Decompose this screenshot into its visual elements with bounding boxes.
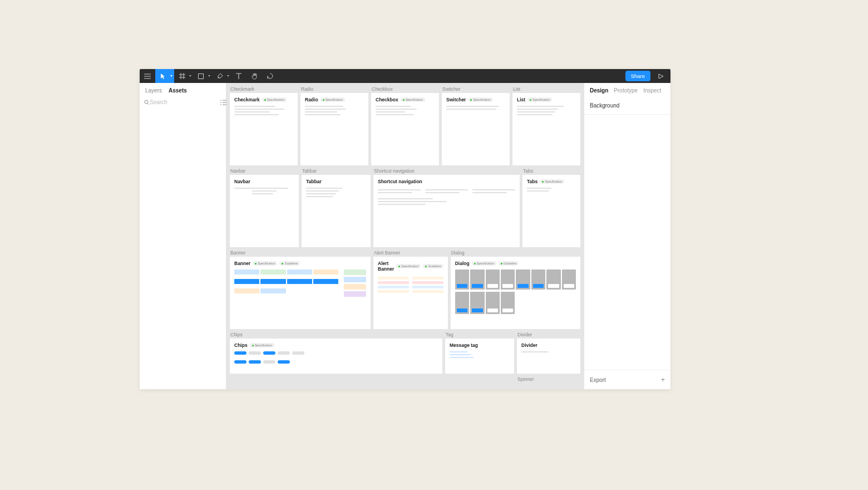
hamburger-icon: [144, 74, 151, 79]
frame-title: Tabbar: [306, 179, 322, 184]
frame-title: Divider: [521, 342, 537, 348]
frame-dialog[interactable]: Dialog DialogSpecificationGuideline: [451, 250, 580, 329]
frame-label: Shortcut navigation: [373, 168, 520, 174]
canvas[interactable]: Checkmark CheckmarkSpecification Radio R…: [226, 83, 584, 389]
shape-tool[interactable]: [193, 69, 212, 83]
spec-pill: Specification: [396, 264, 421, 268]
frame-tag[interactable]: Tag Message tag: [445, 332, 514, 374]
spec-pill: Specification: [468, 97, 492, 102]
frame-row: Checkmark CheckmarkSpecification Radio R…: [230, 86, 580, 165]
menu-button[interactable]: [140, 69, 155, 83]
figma-app: Share Layers Assets: [140, 69, 670, 389]
spec-pill: Specification: [250, 343, 274, 347]
pen-icon: [217, 73, 223, 79]
frame-label: Checkbox: [371, 86, 439, 92]
frame-shortcut-nav[interactable]: Shortcut navigation Shortcut navigation: [373, 168, 520, 247]
spec-pill: Specification: [262, 97, 287, 102]
canvas-inner: Checkmark CheckmarkSpecification Radio R…: [226, 83, 584, 389]
hand-icon: [251, 73, 258, 80]
frame-banner[interactable]: Banner BannerSpecificationGuideline: [230, 250, 371, 329]
comment-icon: [267, 73, 273, 79]
cursor-icon: [160, 73, 166, 80]
frame-checkmark[interactable]: Checkmark CheckmarkSpecification: [230, 86, 298, 165]
search-input[interactable]: [150, 99, 220, 105]
guideline-pill: Guideline: [499, 261, 519, 266]
text-tool[interactable]: [231, 69, 246, 83]
left-panel-tabs: Layers Assets: [140, 83, 226, 97]
tab-layers[interactable]: Layers: [145, 87, 162, 94]
list-view-icon[interactable]: [220, 100, 226, 105]
frame-row: Spinner: [230, 376, 580, 385]
frame-label: Chips: [230, 332, 442, 337]
guideline-pill: Guideline: [423, 264, 443, 268]
share-button[interactable]: Share: [625, 71, 650, 81]
export-section[interactable]: Export +: [584, 370, 670, 389]
move-tool[interactable]: [155, 69, 174, 83]
chevron-down-icon: [208, 75, 210, 77]
frame-tabbar[interactable]: Tabbar Tabbar: [302, 168, 371, 247]
tab-assets[interactable]: Assets: [169, 87, 187, 94]
chevron-down-icon: [170, 75, 172, 77]
spec-pill: Specification: [540, 179, 564, 184]
frame-title: List: [517, 97, 525, 102]
svg-point-1: [145, 100, 148, 104]
frame-row: Chips ChipsSpecification Tag Message tag: [230, 332, 580, 374]
frame-label: Spinner: [517, 376, 580, 382]
spec-pill: Specification: [320, 97, 345, 102]
frame-radio[interactable]: Radio RadioSpecification: [300, 86, 368, 165]
frame-row: Banner BannerSpecificationGuideline: [230, 250, 580, 329]
tab-design[interactable]: Design: [590, 87, 608, 94]
frame-title: Checkmark: [234, 97, 260, 102]
frame-alert-banner[interactable]: Alert Banner Alert BannerSpecificationGu…: [373, 250, 448, 329]
frame-title: Dialog: [455, 261, 470, 266]
frame-title: Switcher: [446, 97, 466, 102]
frame-label: Dialog: [451, 250, 580, 256]
frame-checkbox[interactable]: Checkbox CheckboxSpecification: [371, 86, 439, 165]
frame-navbar[interactable]: Navbar Navbar: [230, 168, 299, 247]
guideline-pill: Guideline: [279, 261, 299, 266]
spec-pill: Specification: [472, 261, 496, 266]
frame-label: Radio: [300, 86, 368, 92]
frame-title: Navbar: [234, 179, 250, 184]
top-toolbar: Share: [140, 69, 670, 83]
frame-label: List: [512, 86, 580, 92]
frame-label: Banner: [230, 250, 371, 256]
frame-row: Navbar Navbar Tabbar Tabbar Shortcut nav…: [230, 168, 580, 247]
present-button[interactable]: [654, 69, 668, 83]
rectangle-icon: [198, 74, 204, 79]
frame-title: Tabs: [527, 179, 537, 184]
frame-spinner[interactable]: Spinner: [517, 376, 580, 385]
frame-list[interactable]: List ListSpecification: [512, 86, 580, 165]
chevron-down-icon: [227, 75, 229, 77]
spec-pill: Specification: [253, 261, 277, 266]
frame-title: Checkbox: [376, 97, 398, 102]
frame-title: Radio: [305, 97, 318, 102]
right-panel: Design Prototype Inspect Background Expo…: [584, 83, 670, 389]
frame-label: Tag: [445, 332, 514, 337]
frame-icon: [179, 73, 185, 79]
toolbar-left: [140, 69, 278, 83]
asset-search-row: [140, 97, 226, 107]
chevron-down-icon: [189, 75, 191, 77]
frame-tabs[interactable]: Tabs TabsSpecification: [522, 168, 580, 247]
hand-tool[interactable]: [246, 69, 262, 83]
search-icon: [144, 100, 150, 105]
frame-label: Navbar: [230, 168, 299, 174]
tab-inspect[interactable]: Inspect: [643, 87, 661, 94]
frame-divider[interactable]: Divider Divider: [517, 332, 580, 374]
frame-title: Chips: [234, 342, 248, 348]
frame-chips[interactable]: Chips ChipsSpecification: [230, 332, 442, 374]
frame-label: Checkmark: [230, 86, 298, 92]
frame-tool[interactable]: [174, 69, 193, 83]
frame-label: Alert Banner: [373, 250, 448, 256]
frame-switcher[interactable]: Switcher SwitcherSpecification: [442, 86, 510, 165]
export-label: Export: [590, 377, 606, 383]
pen-tool[interactable]: [212, 69, 231, 83]
frame-title: Banner: [234, 261, 250, 266]
right-panel-tabs: Design Prototype Inspect: [584, 83, 670, 97]
frame-title: Shortcut navigation: [378, 179, 422, 184]
comment-tool[interactable]: [262, 69, 278, 83]
frame-label: Tabbar: [302, 168, 371, 174]
plus-icon[interactable]: +: [661, 376, 665, 384]
tab-prototype[interactable]: Prototype: [614, 87, 638, 94]
